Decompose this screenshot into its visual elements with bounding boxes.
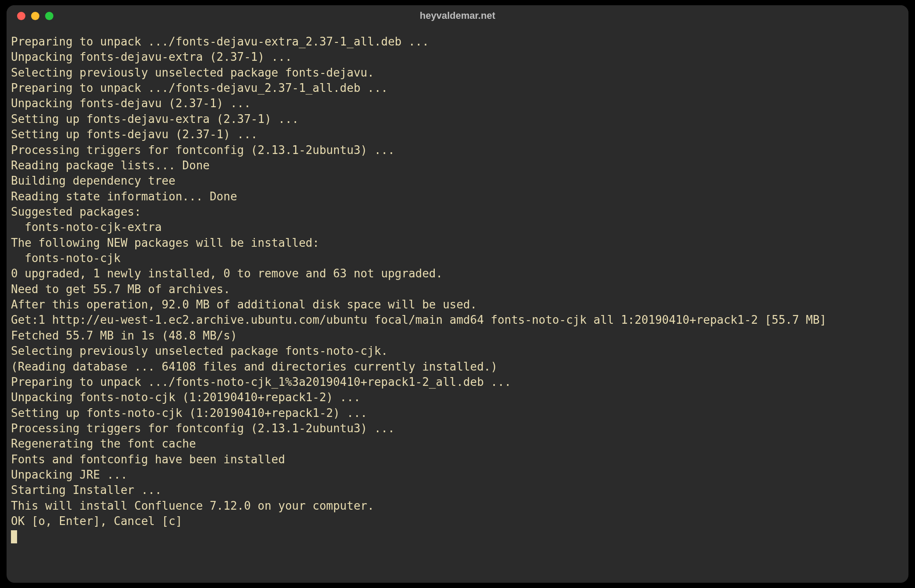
terminal-line: After this operation, 92.0 MB of additio… <box>11 297 904 312</box>
terminal-line: fonts-noto-cjk <box>11 251 904 266</box>
terminal-line: Suggested packages: <box>11 204 904 220</box>
cursor-icon <box>11 530 17 543</box>
terminal-line: Starting Installer ... <box>11 483 904 498</box>
terminal-line: Need to get 55.7 MB of archives. <box>11 282 904 297</box>
terminal-line: (Reading database ... 64108 files and di… <box>11 359 904 374</box>
terminal-line: The following NEW packages will be insta… <box>11 235 904 251</box>
terminal-line: Regenerating the font cache <box>11 436 904 452</box>
terminal-line: Unpacking fonts-dejavu (2.37-1) ... <box>11 96 904 111</box>
terminal-line: Setting up fonts-noto-cjk (1:20190410+re… <box>11 406 904 421</box>
terminal-line: fonts-noto-cjk-extra <box>11 220 904 235</box>
close-icon[interactable] <box>17 12 25 20</box>
terminal-line: Setting up fonts-dejavu-extra (2.37-1) .… <box>11 112 904 127</box>
terminal-line: Get:1 http://eu-west-1.ec2.archive.ubunt… <box>11 312 904 328</box>
terminal-line: Fetched 55.7 MB in 1s (48.8 MB/s) <box>11 328 904 343</box>
terminal-line: Preparing to unpack .../fonts-dejavu-ext… <box>11 34 904 49</box>
window-controls <box>7 12 53 20</box>
terminal-line: OK [o, Enter], Cancel [c] <box>11 514 904 529</box>
terminal-line: Preparing to unpack .../fonts-dejavu_2.3… <box>11 80 904 96</box>
terminal-line: Selecting previously unselected package … <box>11 65 904 80</box>
terminal-line: Selecting previously unselected package … <box>11 343 904 359</box>
terminal-line: Unpacking JRE ... <box>11 467 904 483</box>
terminal-line: Building dependency tree <box>11 173 904 189</box>
terminal-line: Fonts and fontconfig have been installed <box>11 452 904 467</box>
terminal-line: Preparing to unpack .../fonts-noto-cjk_1… <box>11 374 904 390</box>
terminal-line: Setting up fonts-dejavu (2.37-1) ... <box>11 127 904 142</box>
terminal-line: Unpacking fonts-noto-cjk (1:20190410+rep… <box>11 390 904 405</box>
terminal-line: 0 upgraded, 1 newly installed, 0 to remo… <box>11 266 904 281</box>
terminal-line: This will install Confluence 7.12.0 on y… <box>11 498 904 514</box>
terminal-line: Reading state information... Done <box>11 189 904 204</box>
terminal-window: heyvaldemar.net Preparing to unpack .../… <box>7 5 908 583</box>
terminal-line: Reading package lists... Done <box>11 158 904 173</box>
terminal-line: Processing triggers for fontconfig (2.13… <box>11 421 904 436</box>
maximize-icon[interactable] <box>45 12 53 20</box>
terminal-line: Processing triggers for fontconfig (2.13… <box>11 143 904 158</box>
terminal-output[interactable]: Preparing to unpack .../fonts-dejavu-ext… <box>7 26 908 583</box>
minimize-icon[interactable] <box>31 12 39 20</box>
terminal-line: Unpacking fonts-dejavu-extra (2.37-1) ..… <box>11 49 904 65</box>
window-title: heyvaldemar.net <box>7 10 908 21</box>
titlebar: heyvaldemar.net <box>7 5 908 26</box>
terminal-cursor-line <box>11 529 904 545</box>
